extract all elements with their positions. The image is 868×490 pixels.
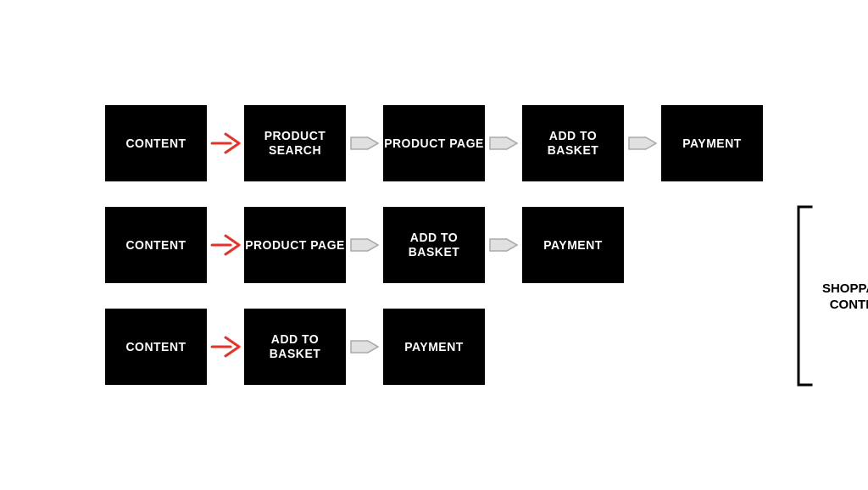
arrow-white-6 [349,334,380,359]
box-row2-payment: PAYMENT [522,207,624,283]
arrow-red-2 [210,232,241,258]
svg-marker-2 [629,137,656,149]
svg-marker-4 [490,239,517,251]
flow-row-1: CONTENT PRODUCT SEARCH PRODUCT PAGE ADD … [105,105,763,181]
svg-marker-1 [490,137,517,149]
svg-marker-5 [351,341,378,353]
box-row1-product-search: PRODUCT SEARCH [244,105,346,181]
box-row2-product-page: PRODUCT PAGE [244,207,346,283]
arrow-white-1 [349,131,380,156]
box-row2-add-to-basket: ADD TO BASKET [383,207,485,283]
svg-marker-3 [351,239,378,251]
shoppable-content-label: SHOPPABLE CONTENT [822,280,868,313]
box-row1-payment: PAYMENT [661,105,763,181]
arrow-red-1 [210,131,241,156]
flow-row-2: CONTENT PRODUCT PAGE ADD TO BASKET [105,207,763,283]
svg-marker-0 [351,137,378,149]
box-row3-payment: PAYMENT [383,309,485,385]
arrow-white-5 [488,232,519,258]
box-row1-product-page: PRODUCT PAGE [383,105,485,181]
arrow-white-4 [349,232,380,258]
box-row3-add-to-basket: ADD TO BASKET [244,309,346,385]
flow-row-3: CONTENT ADD TO BASKET PAYMENT [105,309,763,385]
box-row2-content: CONTENT [105,207,207,283]
box-row1-add-to-basket: ADD TO BASKET [522,105,624,181]
shoppable-content-group: SHOPPABLE CONTENT [790,203,868,389]
box-row3-content: CONTENT [105,309,207,385]
diagram-container: CONTENT PRODUCT SEARCH PRODUCT PAGE ADD … [80,88,788,402]
arrow-white-2 [488,131,519,156]
arrow-white-3 [627,131,658,156]
box-row1-content: CONTENT [105,105,207,181]
bracket-svg [790,203,815,389]
rows-2-3-wrapper: CONTENT PRODUCT PAGE ADD TO BASKET [105,207,763,385]
arrow-red-3 [210,334,241,359]
